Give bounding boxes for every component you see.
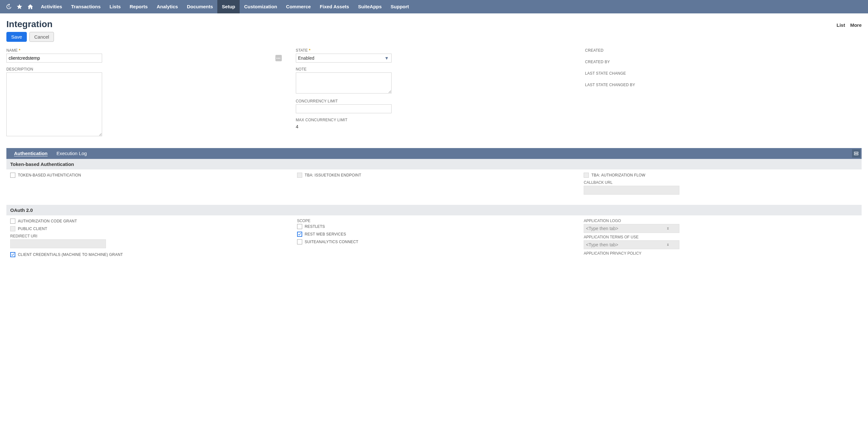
nav-item-transactions[interactable]: Transactions [67,0,105,13]
tab-authentication[interactable]: Authentication [9,148,52,159]
history-icon[interactable] [4,2,13,11]
cancel-button[interactable]: Cancel [29,32,54,42]
checkbox-suiteanalytics[interactable] [297,239,302,245]
label-tba-authflow: TBA: AUTHORIZATION FLOW [591,173,645,178]
section-tba: Token-based Authentication TOKEN-BASED A… [6,159,862,200]
nav-item-commerce[interactable]: Commerce [281,0,315,13]
created-label: CREATED [585,48,862,53]
checkbox-tba-authflow[interactable] [584,172,589,178]
label-public-client: PUBLIC CLIENT [18,227,47,231]
checkbox-rest-web-services[interactable] [297,232,302,237]
dropdown-icon [666,243,670,247]
callback-url-input [584,186,679,195]
section-oauth-header: OAuth 2.0 [6,205,862,215]
app-tou-label: APPLICATION TERMS OF USE [584,235,858,239]
state-select[interactable]: Enabled [296,54,392,63]
nav-item-support[interactable]: Support [386,0,413,13]
nav-item-reports[interactable]: Reports [125,0,152,13]
name-label: NAME * [6,48,283,53]
checkbox-auth-code-grant[interactable] [10,219,15,224]
page-header-actions: List More [836,19,862,28]
checkbox-tba-issuetoken[interactable] [297,172,302,178]
nav-item-suiteapps[interactable]: SuiteApps [353,0,386,13]
checkbox-tba-auth[interactable] [10,172,15,178]
created-by-label: CREATED BY [585,60,862,64]
checkbox-restlets[interactable] [297,224,302,229]
label-client-creds-grant: CLIENT CREDENTIALS (MACHINE TO MACHINE) … [18,252,123,257]
name-input-expand-icon[interactable]: ••• [275,55,282,61]
home-icon[interactable] [26,2,35,11]
svg-rect-0 [854,152,858,153]
nav-item-documents[interactable]: Documents [183,0,218,13]
subtabs-bar: Authentication Execution Log [6,148,862,159]
nav-item-customization[interactable]: Customization [240,0,281,13]
more-link[interactable]: More [850,22,862,28]
max-concurrency-limit-label: MAX CONCURRENCY LIMIT [296,118,572,122]
label-suiteanalytics: SUITEANALYTICS CONNECT [305,239,359,244]
nav-item-analytics[interactable]: Analytics [152,0,183,13]
label-tba-issuetoken: TBA: ISSUETOKEN ENDPOINT [305,173,361,178]
app-privacy-label: APPLICATION PRIVACY POLICY [584,251,858,256]
app-tou-input[interactable]: <Type then tab> [584,240,679,249]
concurrency-limit-input[interactable] [296,104,392,113]
note-label: NOTE [296,67,572,71]
last-state-changed-by-label: LAST STATE CHANGED BY [585,83,862,87]
tab-execution-log[interactable]: Execution Log [52,148,91,159]
nav-item-setup[interactable]: Setup [217,0,240,13]
nav-item-fixed-assets[interactable]: Fixed Assets [315,0,353,13]
label-rest-web-services: REST WEB SERVICES [305,232,346,236]
callback-url-label: CALLBACK URL [584,180,858,185]
form-col-1: NAME * ••• DESCRIPTION [6,48,283,142]
page-header: Integration List More [0,13,868,32]
form-col-2: STATE * Enabled ▼ NOTE CONCURRENCY LIMIT… [296,48,572,142]
top-nav: ActivitiesTransactionsListsReportsAnalyt… [0,0,868,13]
panel-layout-icon[interactable] [852,149,860,158]
nav-item-activities[interactable]: Activities [36,0,67,13]
redirect-uri-input [10,239,106,248]
nav-item-lists[interactable]: Lists [105,0,125,13]
star-icon[interactable] [15,2,24,11]
app-logo-label: APPLICATION LOGO [584,219,858,223]
label-restlets: RESTLETS [305,224,325,229]
dropdown-icon [666,226,670,231]
name-input[interactable] [6,54,102,63]
label-auth-code-grant: AUTHORIZATION CODE GRANT [18,219,77,223]
description-textarea[interactable] [6,72,102,136]
last-state-change-label: LAST STATE CHANGE [585,71,862,76]
page-title: Integration [6,19,53,29]
checkbox-client-creds-grant[interactable] [10,252,15,257]
save-button[interactable]: Save [6,32,27,42]
note-textarea[interactable] [296,72,392,94]
section-oauth: OAuth 2.0 AUTHORIZATION CODE GRANT PUBLI… [6,205,862,265]
svg-rect-1 [854,154,858,155]
form-col-3: CREATED CREATED BY LAST STATE CHANGE LAS… [585,48,862,142]
app-logo-input[interactable]: <Type then tab> [584,224,679,233]
action-buttons: Save Cancel [0,32,868,48]
concurrency-limit-label: CONCURRENCY LIMIT [296,99,572,103]
state-label: STATE * [296,48,572,53]
description-label: DESCRIPTION [6,67,283,71]
checkbox-public-client[interactable] [10,226,15,231]
label-tba-auth: TOKEN-BASED AUTHENTICATION [18,173,81,178]
list-link[interactable]: List [836,22,845,28]
form-grid: NAME * ••• DESCRIPTION STATE * Enabled ▼… [0,48,868,148]
scope-label: SCOPE [297,219,571,223]
max-concurrency-limit-value: 4 [296,123,572,129]
section-tba-header: Token-based Authentication [6,159,862,169]
redirect-uri-label: REDIRECT URI [10,234,284,238]
